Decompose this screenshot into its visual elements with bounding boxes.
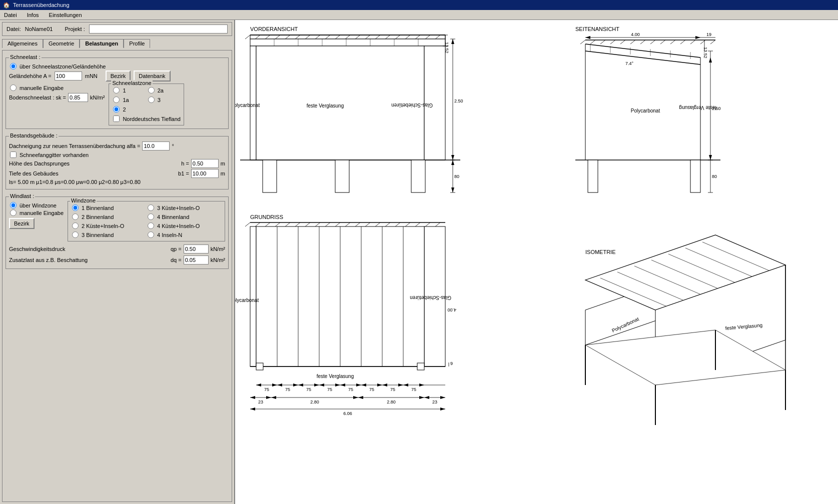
- datei-value: NoName01: [25, 26, 53, 32]
- ls-label: ls= 5.00 m μ1=0.8 μs=0.00 μw=0.00 μ2=0.8…: [9, 179, 141, 185]
- projekt-label: Projekt :: [65, 26, 85, 32]
- svg-line-91: [255, 222, 260, 226]
- geschwind-eq: qp =: [171, 246, 182, 252]
- right-panel: VORDERANSICHT: [235, 20, 838, 504]
- svg-line-6: [285, 35, 290, 39]
- radio-manuell-schnee[interactable]: [10, 84, 17, 91]
- svg-marker-85: [709, 155, 712, 160]
- windlast-title: Windlast :: [9, 193, 35, 199]
- windzone-grid: 1 Binnenland 3 Küste+Inseln-O 2 Binnenla…: [71, 204, 222, 239]
- ls-row: ls= 5.00 m μ1=0.8 μs=0.00 μw=0.00 μ2=0.8…: [9, 179, 225, 185]
- svg-line-65: [690, 40, 695, 44]
- dim-75-3: 75: [306, 387, 311, 392]
- radio-wind-manuell[interactable]: [10, 210, 17, 216]
- radio-wz4ko[interactable]: [148, 222, 154, 229]
- svg-marker-147: [424, 396, 429, 399]
- wind-manuell-label: manuelle Eingabe: [20, 210, 64, 216]
- svg-marker-51: [695, 36, 700, 39]
- gelaende-label: Geländehöhe A =: [9, 73, 52, 79]
- geschwind-label: Geschwindigkeitsdruck: [9, 246, 169, 252]
- row-bodenschnee: Bodenschneelast : sk = kN/m²: [9, 93, 105, 102]
- svg-line-54: [580, 40, 585, 44]
- wz-4-kuste-o: 4 Küste+Inseln-O: [147, 222, 222, 229]
- wind-ueber-label: über Windzone: [20, 202, 57, 208]
- menu-einstellungen[interactable]: Einstellungen: [47, 12, 84, 18]
- feste-verglasung-grundriss: feste Verglasung: [317, 374, 354, 379]
- svg-marker-135: [377, 384, 382, 386]
- polycarbonat-label-front: Polycarbonat: [235, 102, 260, 108]
- dachneigung-input[interactable]: [142, 142, 170, 150]
- zusatzlast-input[interactable]: [184, 256, 209, 264]
- svg-marker-131: [335, 384, 340, 386]
- menu-bar: Datei Infos Einstellungen: [0, 10, 838, 20]
- svg-rect-22: [250, 39, 445, 46]
- svg-line-16: [385, 35, 390, 39]
- radio-zone1a[interactable]: [113, 96, 120, 103]
- radio-wz1b[interactable]: [72, 204, 79, 211]
- svg-line-58: [620, 40, 625, 44]
- tab-profile[interactable]: Profile: [124, 39, 150, 48]
- windlast-inner: über Windzone manuelle Eingabe Bezirk Wi…: [9, 201, 225, 242]
- zusatzlast-eq: dq =: [171, 257, 182, 263]
- radio-wind-ueber[interactable]: [10, 202, 17, 208]
- app-title: Terrassenüberdachung: [13, 2, 70, 8]
- radio-zone3[interactable]: [148, 96, 155, 103]
- radio-wz2ko[interactable]: [72, 222, 79, 229]
- svg-marker-137: [398, 384, 403, 386]
- svg-line-103: [375, 222, 380, 226]
- wind-manuell-row: manuelle Eingabe: [9, 210, 64, 216]
- dim-13-52-side: 13.52: [703, 47, 708, 58]
- tab-belastungen[interactable]: Belastungen: [80, 39, 124, 48]
- tab-allgemeines[interactable]: Allgemeines: [2, 39, 43, 48]
- svg-line-59: [630, 40, 635, 44]
- h-eq: h =: [181, 160, 189, 166]
- svg-marker-151: [440, 408, 445, 410]
- main-svg: VORDERANSICHT: [235, 20, 835, 504]
- norddeutsch-check[interactable]: [113, 116, 120, 122]
- svg-line-109: [435, 222, 440, 226]
- boden-input[interactable]: [68, 93, 88, 102]
- dim-80-front: 80: [454, 174, 459, 179]
- b1-input[interactable]: [191, 169, 219, 178]
- b1-unit: m: [221, 170, 225, 176]
- zone-1: 1: [112, 87, 146, 94]
- dim-75-2: 75: [285, 387, 290, 392]
- zone-3: 3: [147, 96, 181, 103]
- svg-line-57: [610, 40, 615, 44]
- file-row: Datei: NoName01 Projekt :: [2, 22, 232, 36]
- windlast-left: über Windzone manuelle Eingabe Bezirk: [9, 201, 64, 242]
- svg-rect-122: [417, 363, 424, 370]
- radio-ueber-schneelast[interactable]: [10, 63, 17, 70]
- menu-infos[interactable]: Infos: [25, 12, 41, 18]
- dim-2-80-right: 2.80: [387, 400, 396, 404]
- zone-2a: 2a: [147, 87, 181, 94]
- h-input[interactable]: [191, 159, 219, 168]
- radio-wz4in[interactable]: [148, 232, 154, 238]
- wind-bezirk-button[interactable]: Bezirk: [9, 218, 35, 229]
- svg-line-4: [265, 35, 270, 39]
- tab-geometrie[interactable]: Geometrie: [43, 39, 80, 48]
- dachneigung-unit: °: [172, 143, 174, 149]
- svg-rect-34: [263, 160, 277, 192]
- svg-marker-84: [709, 58, 712, 62]
- svg-rect-110: [250, 226, 256, 366]
- geschwind-input[interactable]: [184, 244, 209, 254]
- radio-zone2a[interactable]: [148, 87, 155, 94]
- feste-verglasung-label-side: feste Verglasung: [679, 105, 717, 110]
- label-ueber-schneelast: über Schneelastzone/Geländehöhe: [20, 64, 106, 70]
- radio-wz4b[interactable]: [148, 214, 154, 220]
- dachneigung-row: Dachneigung zur neuen Terrassenüberdachu…: [9, 142, 225, 150]
- radio-wz2b[interactable]: [72, 214, 79, 220]
- schneefang-check[interactable]: [10, 152, 17, 158]
- svg-line-5: [275, 35, 280, 39]
- svg-line-106: [405, 222, 410, 226]
- svg-line-17: [395, 35, 400, 39]
- glas-schiebe-grundriss: Glas-Schiebetüren: [410, 295, 451, 300]
- radio-wz3b[interactable]: [72, 232, 79, 238]
- gelaende-input[interactable]: [55, 72, 82, 80]
- projekt-input[interactable]: [89, 24, 228, 34]
- menu-datei[interactable]: Datei: [2, 12, 19, 18]
- radio-wz3ko[interactable]: [148, 204, 154, 211]
- radio-zone1[interactable]: [113, 87, 120, 94]
- radio-zone2[interactable]: [113, 106, 120, 112]
